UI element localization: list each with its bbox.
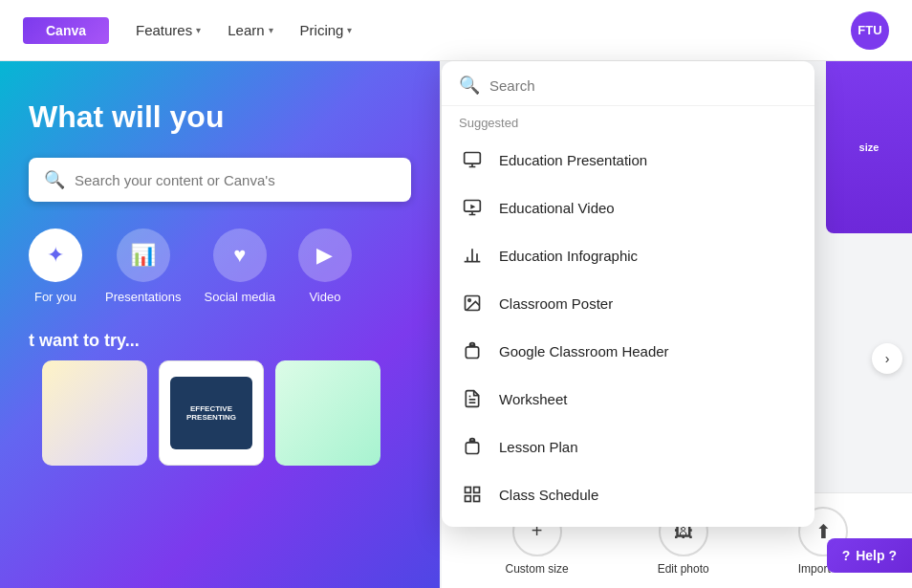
suggestion-google-classroom-header[interactable]: Google Classroom Header — [442, 327, 814, 375]
nav-item-learn[interactable]: Learn ▾ — [216, 14, 284, 46]
chevron-right-button[interactable]: › — [872, 343, 902, 374]
chevron-right-icon: › — [885, 351, 890, 366]
suggestion-education-infographic[interactable]: Education Infographic — [442, 231, 814, 279]
chevron-down-icon: ▾ — [269, 25, 273, 35]
monitor-play-icon — [459, 194, 486, 221]
bar-chart-icon — [459, 242, 486, 269]
thumbnail-3[interactable] — [275, 360, 380, 466]
purple-banner: size — [826, 61, 912, 233]
svg-point-8 — [468, 299, 471, 302]
suggestion-worksheet[interactable]: Worksheet — [442, 375, 814, 423]
logo-text: Canva — [46, 23, 86, 38]
search-dropdown: 🔍 Suggested Education Presentation Educa… — [442, 61, 814, 527]
suggested-label: Suggested — [442, 106, 814, 136]
file-text-icon — [459, 385, 486, 412]
suggestion-educational-video[interactable]: Educational Video — [442, 184, 814, 231]
hero-search-input[interactable] — [75, 172, 396, 188]
search-icon: 🔍 — [459, 75, 480, 96]
social-icon-circle: ♥ — [213, 229, 267, 282]
chevron-down-icon: ▾ — [347, 25, 352, 35]
navbar: Canva Features ▾ Learn ▾ Pricing ▾ FTU — [0, 0, 912, 61]
svg-rect-0 — [465, 153, 481, 164]
quick-icon-presentations[interactable]: 📊 Presentations — [105, 229, 182, 304]
image-icon — [459, 290, 486, 316]
thumbnail-2[interactable]: EFFECTIVE PRESENTING — [159, 360, 264, 466]
hero-section: What will you 🔍 ✦ For you 📊 Presentation… — [0, 61, 440, 588]
search-icon: 🔍 — [44, 169, 65, 190]
hero-title: What will you — [29, 99, 224, 135]
quick-icons: ✦ For you 📊 Presentations ♥ Social media… — [29, 229, 352, 304]
quick-icon-video[interactable]: ▶ Video — [298, 229, 352, 304]
presentations-icon-circle: 📊 — [117, 229, 170, 282]
suggestion-lesson-plan[interactable]: Lesson Plan — [442, 423, 814, 470]
svg-marker-2 — [470, 205, 475, 209]
nav-item-pricing[interactable]: Pricing ▾ — [289, 14, 364, 46]
suggestion-class-schedule[interactable]: Class Schedule — [442, 470, 814, 518]
dropdown-inner: Suggested Education Presentation Educati… — [442, 106, 814, 527]
suggestion-classroom-poster[interactable]: Classroom Poster — [442, 279, 814, 327]
thumbnail-1[interactable] — [42, 360, 147, 466]
dropdown-search-input[interactable] — [489, 77, 797, 94]
monitor-icon — [459, 146, 486, 173]
help-button[interactable]: ? Help ? — [827, 538, 912, 573]
suggestion-education-presentation[interactable]: Education Presentation — [442, 136, 814, 184]
video-icon-circle: ▶ — [298, 229, 352, 282]
nav-items: Features ▾ Learn ▾ Pricing ▾ — [124, 14, 851, 46]
help-icon: ? — [842, 548, 851, 563]
apple-icon — [459, 338, 486, 364]
quick-icon-social[interactable]: ♥ Social media — [205, 229, 275, 304]
nav-item-features[interactable]: Features ▾ — [124, 14, 212, 46]
quick-icon-foryou[interactable]: ✦ For you — [29, 229, 82, 304]
dropdown-search-bar[interactable]: 🔍 — [442, 61, 814, 106]
foryou-icon-circle: ✦ — [29, 229, 82, 282]
nav-logo[interactable]: Canva — [23, 17, 109, 44]
svg-rect-14 — [474, 496, 480, 502]
want-try-title: t want to try... — [29, 331, 140, 351]
avatar[interactable]: FTU — [851, 11, 889, 50]
svg-rect-12 — [474, 488, 480, 493]
svg-rect-13 — [466, 496, 471, 502]
suggestion-group-work[interactable]: Group Work — [442, 518, 814, 527]
suggestion-list: Education Presentation Educational Video… — [442, 136, 814, 527]
chevron-down-icon: ▾ — [196, 25, 201, 35]
svg-rect-11 — [466, 488, 471, 493]
hero-search-bar[interactable]: 🔍 — [29, 158, 411, 202]
grid-icon — [459, 481, 486, 508]
lesson-icon — [459, 433, 486, 460]
